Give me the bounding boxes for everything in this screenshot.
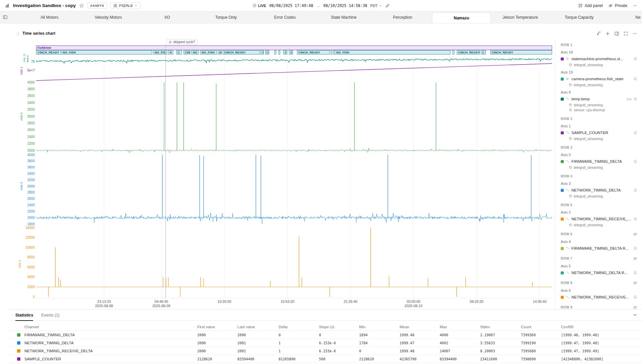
state-segment[interactable] — [275, 50, 276, 55]
tab-all-motors[interactable]: All Motors — [20, 11, 79, 23]
legend-series-item[interactable]: SAMPLE_COUNTER — [561, 130, 637, 136]
bell-icon[interactable] — [633, 217, 637, 221]
state-segment[interactable]: C — [283, 50, 287, 55]
legend-row-label: ROW 7 — [561, 257, 572, 260]
state-segment[interactable]: C — [265, 50, 269, 55]
panel-toggle-icon[interactable] — [3, 15, 8, 20]
eye-slash-icon[interactable] — [633, 256, 637, 261]
annotation-pill[interactable]: skipped cycle? — [166, 39, 198, 45]
drag-handle-icon[interactable] — [16, 31, 20, 36]
bell-icon[interactable] — [633, 295, 637, 299]
table-row[interactable]: NETWORK_TIMING_RECEIVE_DELTA2000200116.1… — [9, 347, 642, 355]
tab-i-o[interactable]: I/O — [138, 11, 197, 23]
legend-series-item[interactable]: camera-prometheus.fish_state — [561, 76, 637, 82]
bell-icon[interactable] — [633, 57, 637, 61]
eye-slash-icon — [608, 3, 613, 8]
tab-jetson-temperature[interactable]: Jetson Temperature — [491, 11, 550, 23]
eye-slash-icon[interactable] — [633, 281, 637, 285]
legend-series-item[interactable]: temp.tempCel — [561, 96, 637, 102]
tab-state-machine[interactable]: State Machine — [314, 11, 373, 23]
add-panel-button[interactable]: Add panel — [578, 3, 603, 8]
state-segment[interactable]: NO — [191, 50, 199, 55]
link-icon[interactable] — [385, 3, 390, 8]
state-segment[interactable]: NO_FIS — [153, 50, 167, 55]
state-segment[interactable]: C — [289, 50, 293, 55]
legend-series-item[interactable]: statemachine-prometheus.st... — [561, 56, 637, 62]
tab-torque-only[interactable]: Torque Only — [197, 11, 255, 23]
table-row[interactable]: FIRMWARE_TIMING_DELTA200020000018941999.… — [9, 331, 642, 339]
bell-icon[interactable] — [633, 131, 637, 135]
bar-chart-icon[interactable] — [5, 3, 10, 8]
legend-row-header: ROW 6 — [561, 232, 637, 236]
tab-namazu[interactable]: Namazu — [432, 12, 491, 23]
state-segment[interactable]: C — [481, 50, 486, 55]
state-segment[interactable]: CIN — [184, 50, 190, 55]
state-segment[interactable]: H — [168, 50, 173, 55]
bell-icon[interactable] — [633, 246, 637, 250]
eye-slash-icon[interactable] — [633, 232, 637, 236]
legend-series-item[interactable]: NETWORK_TIMING_RECEIVE... — [561, 294, 637, 300]
state-segment[interactable]: NO_FISH — [62, 50, 152, 55]
state-segment[interactable]: CINCH_READY — [297, 50, 330, 55]
state-segment[interactable]: NO_FISH — [200, 50, 217, 55]
stat-value: 0 — [279, 333, 319, 337]
star-icon[interactable] — [79, 3, 84, 8]
eye-slash-icon[interactable] — [633, 305, 637, 309]
assets-button[interactable]: ASSETS — [87, 2, 107, 9]
plus-icon[interactable] — [605, 31, 610, 36]
time-range-end[interactable]: 08/10/2025 14:58:38 — [323, 3, 367, 8]
panel-toolbar — [596, 31, 637, 36]
privacy-button[interactable]: Private — [608, 3, 627, 8]
state-segment[interactable] — [279, 50, 280, 55]
legend-row-label: ROW 4 — [561, 174, 572, 178]
state-segment[interactable]: CINCH_READY — [490, 50, 552, 55]
legend-series-item[interactable]: FIRMWARE_TIMING_DELTA R... — [561, 245, 637, 251]
state-segment[interactable]: FishEnter — [36, 45, 552, 50]
cursor-line[interactable] — [166, 45, 166, 298]
live-toggle[interactable]: LIVE — [252, 3, 266, 8]
state-segment[interactable]: C — [176, 50, 182, 55]
series-color-swatch — [561, 189, 564, 192]
tab-ne[interactable]: Ne — [609, 11, 642, 23]
stats-tab-statistics[interactable]: Statistics — [15, 310, 33, 321]
state-segment[interactable]: CINCH_READY — [36, 50, 61, 55]
bell-icon[interactable] — [633, 271, 637, 275]
collapse-stats-icon[interactable] — [633, 313, 637, 317]
fullscreen-icon[interactable] — [623, 31, 628, 36]
stats-column-header: Mean — [400, 325, 440, 329]
timezone-selector[interactable]: PDT — [370, 4, 382, 8]
bell-icon[interactable] — [633, 97, 637, 101]
tab-torque-capacity[interactable]: Torque Capacity — [550, 11, 609, 23]
table-row[interactable]: SAMPLE_COUNTER21286208339440081265800500… — [9, 355, 642, 363]
series-source-label: telegraf_streaming — [574, 137, 603, 141]
state-segment[interactable]: N — [218, 50, 222, 55]
device-selector[interactable]: PSDN-8 — [110, 2, 140, 9]
table-row[interactable]: NETWORK_TIMING_DELTA2000200116.153e-6178… — [9, 339, 642, 347]
tab-velocity-motors[interactable]: Velocity Motors — [79, 11, 138, 23]
stats-tab-events-1[interactable]: Events (1) — [41, 310, 60, 321]
state-segment[interactable]: CINCH_READY — [223, 50, 260, 55]
formula-icon[interactable] — [596, 31, 601, 36]
tab-perception[interactable]: Perception — [373, 11, 432, 23]
legend-row-label: ROW 5 — [561, 203, 572, 207]
layout-columns-icon[interactable] — [614, 31, 619, 36]
legend-series-item[interactable]: FIRMWARE_TIMING_DELTA — [561, 158, 637, 164]
state-segment[interactable]: CINCH_READY — [457, 50, 480, 55]
legend-series-item[interactable]: NETWORK_TIMING_RECEIVE_... — [561, 216, 637, 222]
more-menu-icon[interactable] — [633, 3, 637, 8]
state-segment[interactable]: NO_FISH — [335, 50, 450, 55]
stats-column-header: Slope (s) — [319, 325, 359, 329]
state-segment[interactable]: C — [261, 50, 264, 55]
bell-icon[interactable] — [633, 77, 637, 81]
time-series-chart[interactable]: FishEnterCINCH_READYNO_FISHNO_FISHCCINNO… — [9, 39, 555, 309]
bell-icon[interactable] — [633, 188, 637, 192]
time-range-start[interactable]: 08/08/2025 17:49:48 — [269, 3, 313, 8]
legend-series-item[interactable]: NETWORK_TIMING_DELTA — [561, 187, 637, 193]
chevron-down-icon — [134, 4, 137, 7]
state-segment[interactable] — [452, 50, 454, 55]
tab-error-codes[interactable]: Error Codes — [255, 11, 314, 23]
more-icon[interactable] — [632, 31, 637, 36]
bell-icon[interactable] — [633, 159, 637, 163]
state-segment[interactable] — [331, 50, 332, 55]
legend-series-item[interactable]: NETWORK_TIMING_DELTA R... — [561, 270, 637, 276]
